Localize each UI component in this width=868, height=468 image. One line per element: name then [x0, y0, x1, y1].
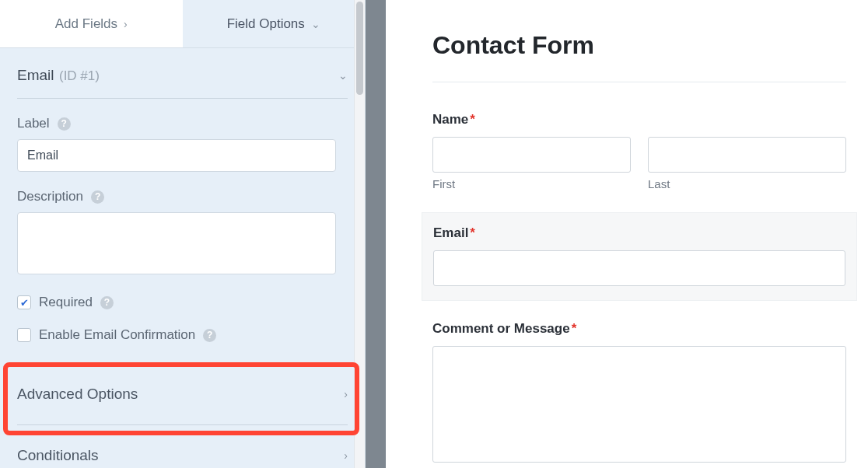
description-field-group: Description ? — [17, 189, 348, 278]
name-field-label: Name* — [432, 112, 846, 127]
description-input[interactable] — [17, 212, 336, 274]
chevron-down-icon: ⌄ — [338, 69, 348, 82]
form-preview: Contact Form Name* First Last Email* Com… — [386, 0, 868, 468]
first-name-input[interactable] — [432, 137, 631, 173]
label-field-label: Label — [17, 116, 50, 131]
required-star: * — [470, 112, 475, 127]
tab-field-options[interactable]: Field Options ⌄ — [183, 0, 366, 47]
field-options-panel: Email (ID #1) ⌄ Label ? Description ? — [0, 48, 365, 468]
advanced-options-label: Advanced Options — [17, 386, 138, 403]
help-icon[interactable]: ? — [203, 329, 216, 342]
comment-textarea[interactable] — [432, 346, 846, 463]
name-row: First Last — [432, 137, 846, 190]
sidebar-scrollbar[interactable] — [354, 0, 365, 468]
required-star: * — [572, 321, 577, 336]
sidebar: Add Fields › Field Options ⌄ Email (ID #… — [0, 0, 366, 468]
tab-add-fields[interactable]: Add Fields › — [0, 0, 183, 47]
name-label-text: Name — [432, 112, 468, 127]
chevron-right-icon: › — [124, 18, 128, 30]
chevron-right-icon: › — [344, 449, 348, 462]
label-field-group: Label ? — [17, 116, 348, 172]
conditionals-row[interactable]: Conditionals › — [17, 424, 348, 468]
field-section-id: (ID #1) — [59, 68, 100, 83]
field-section-title: Email — [17, 67, 54, 83]
tab-field-options-label: Field Options — [227, 16, 305, 32]
comment-field-label: Comment or Message* — [432, 321, 846, 337]
last-sublabel: Last — [648, 177, 846, 190]
email-field-wrap[interactable]: Email* — [422, 212, 857, 301]
last-name-input[interactable] — [648, 137, 846, 173]
conditionals-label: Conditionals — [17, 447, 99, 464]
help-icon[interactable]: ? — [100, 296, 114, 309]
confirm-checkbox[interactable] — [17, 328, 31, 342]
required-star: * — [470, 225, 475, 240]
confirm-label: Enable Email Confirmation — [39, 327, 195, 343]
comment-label-text: Comment or Message — [432, 321, 570, 336]
email-label-text: Email — [433, 225, 468, 240]
advanced-options-row[interactable]: Advanced Options › — [17, 363, 348, 424]
required-label: Required — [39, 295, 93, 310]
chevron-down-icon: ⌄ — [311, 18, 320, 30]
chevron-right-icon: › — [344, 388, 348, 400]
field-section-header[interactable]: Email (ID #1) ⌄ — [17, 48, 348, 99]
email-input[interactable] — [433, 250, 845, 286]
first-sublabel: First — [432, 177, 631, 190]
label-input[interactable] — [17, 139, 336, 172]
description-field-label: Description — [17, 189, 83, 204]
confirm-row: Enable Email Confirmation ? — [17, 327, 348, 343]
check-icon: ✔ — [20, 297, 29, 309]
scrollbar-thumb[interactable] — [356, 2, 363, 95]
email-field-label: Email* — [433, 225, 845, 241]
tab-add-fields-label: Add Fields — [55, 16, 117, 32]
required-row: ✔ Required ? — [17, 295, 348, 310]
form-title: Contact Form — [432, 31, 846, 82]
pane-divider[interactable] — [366, 0, 386, 468]
help-icon[interactable]: ? — [58, 117, 71, 131]
help-icon[interactable]: ? — [91, 190, 104, 204]
required-checkbox[interactable]: ✔ — [17, 295, 31, 309]
sidebar-tabs: Add Fields › Field Options ⌄ — [0, 0, 365, 48]
